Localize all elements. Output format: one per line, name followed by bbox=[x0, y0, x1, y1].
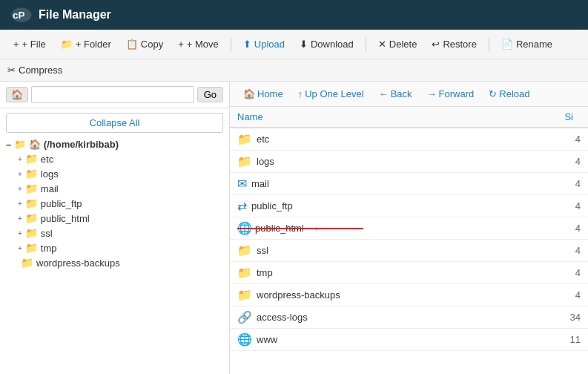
file-name-cell: 🌐 public_html ← bbox=[237, 221, 506, 235]
copy-button[interactable]: 📋 Copy bbox=[120, 36, 169, 53]
download-icon: ⬇ bbox=[300, 39, 308, 50]
file-name-cell: 🌐 www bbox=[237, 332, 506, 347]
svg-text:cP: cP bbox=[13, 10, 25, 21]
tree-item-logs[interactable]: + 📁 logs bbox=[18, 166, 223, 181]
file-name-cell: 📁 ssl bbox=[237, 243, 506, 257]
compress-bar: ✂ Compress bbox=[0, 59, 588, 82]
folder-button[interactable]: 📁 + Folder bbox=[55, 36, 117, 53]
back-icon: ← bbox=[379, 88, 389, 99]
restore-button[interactable]: ↩ Restore bbox=[426, 36, 483, 53]
file-name-td: 📁 logs bbox=[230, 151, 514, 173]
file-name-td: 📁 etc bbox=[230, 128, 514, 151]
toolbar-separator-2 bbox=[366, 37, 366, 52]
file-name-td: 📁 wordpress-backups bbox=[230, 284, 514, 306]
collapse-all-button[interactable]: Collapse All bbox=[6, 113, 223, 133]
file-name-td: 🌐 www bbox=[230, 329, 514, 351]
file-name-cell: 📁 etc bbox=[237, 132, 506, 146]
address-input[interactable] bbox=[31, 86, 194, 103]
file-icon: + bbox=[13, 39, 19, 50]
right-panel: 🏠 Home ↑ Up One Level ← Back → Forward ↻… bbox=[230, 82, 588, 374]
tree-item-public-ftp[interactable]: + 📁 public_ftp bbox=[18, 196, 223, 211]
table-row[interactable]: 📁 logs 4 bbox=[230, 151, 588, 173]
copy-icon: 📋 bbox=[126, 39, 138, 50]
rename-button[interactable]: 📄 Rename bbox=[495, 36, 558, 53]
compress-icon: ✂ bbox=[7, 65, 16, 76]
root-label: 🏠 (/home/kirbibab) bbox=[29, 139, 119, 150]
tree-item-tmp[interactable]: + 📁 tmp bbox=[18, 240, 223, 255]
tree-label-public-html: public_html bbox=[41, 213, 90, 224]
file-size-td: 4 bbox=[514, 151, 588, 173]
go-button[interactable]: Go bbox=[197, 87, 223, 102]
folder-icon-wordpress-backups: 📁 bbox=[21, 257, 33, 269]
expand-icon: + bbox=[18, 214, 22, 223]
table-row[interactable]: 📁 wordpress-backups 4 bbox=[230, 284, 588, 306]
file-button[interactable]: + + File bbox=[7, 36, 52, 53]
file-name-label: ssl bbox=[257, 245, 268, 256]
folder-icon-ssl: 📁 bbox=[25, 227, 38, 239]
file-type-icon: 🌐 bbox=[237, 332, 252, 347]
file-size-td: 4 bbox=[514, 173, 588, 195]
logo-area: cP File Manager bbox=[10, 6, 111, 24]
compress-button[interactable]: ✂ Compress bbox=[7, 65, 62, 76]
download-button[interactable]: ⬇ Download bbox=[294, 36, 360, 53]
tree-label-etc: etc bbox=[41, 154, 53, 165]
toolbar: + + File 📁 + Folder 📋 Copy + + Move ⬆ Up… bbox=[0, 30, 588, 59]
address-bar: 🏠 Go bbox=[0, 82, 229, 108]
table-row[interactable]: 📁 etc 4 bbox=[230, 128, 588, 151]
file-size-td: 4 bbox=[514, 128, 588, 151]
table-row[interactable]: 🌐 www 11 bbox=[230, 329, 588, 351]
file-name-label: wordpress-backups bbox=[257, 289, 340, 301]
nav-up-button[interactable]: ↑ Up One Level bbox=[292, 86, 370, 102]
file-tree: – 📁 🏠 (/home/kirbibab) + 📁 etc + 📁 logs … bbox=[0, 137, 229, 276]
nav-home-button[interactable]: 🏠 Home bbox=[237, 86, 289, 102]
tree-label-tmp: tmp bbox=[41, 243, 57, 254]
tree-root[interactable]: – 📁 🏠 (/home/kirbibab) bbox=[6, 137, 223, 151]
home-nav-icon: 🏠 bbox=[243, 88, 255, 99]
nav-forward-button[interactable]: → Forward bbox=[421, 86, 480, 102]
expand-icon: + bbox=[18, 244, 22, 252]
nav-back-button[interactable]: ← Back bbox=[373, 86, 418, 102]
file-name-label: access-logs bbox=[257, 312, 308, 323]
table-row[interactable]: 🔗 access-logs 34 bbox=[230, 306, 588, 329]
forward-icon: → bbox=[427, 88, 437, 99]
file-type-icon: 📁 bbox=[237, 243, 252, 257]
home-icon-button[interactable]: 🏠 bbox=[6, 87, 28, 102]
col-name[interactable]: Name bbox=[230, 107, 514, 128]
table-row[interactable]: ⇄ public_ftp 4 bbox=[230, 195, 588, 217]
table-row[interactable]: 🌐 public_html ← 4 bbox=[230, 217, 588, 240]
folder-icon-logs: 📁 bbox=[25, 168, 38, 180]
file-size-td: 4 bbox=[514, 240, 588, 262]
file-size-td: 34 bbox=[514, 306, 588, 329]
tree-item-etc[interactable]: + 📁 etc bbox=[18, 151, 223, 166]
file-name-cell: 🔗 access-logs bbox=[237, 310, 506, 324]
left-panel: 🏠 Go Collapse All – 📁 🏠 (/home/kirbibab)… bbox=[0, 82, 230, 374]
file-size-td: 4 bbox=[514, 262, 588, 284]
root-home-icon: – bbox=[6, 139, 11, 150]
header: cP File Manager bbox=[0, 0, 588, 30]
file-name-label: mail bbox=[251, 178, 269, 189]
file-type-icon: 🌐 bbox=[237, 221, 252, 235]
tree-label-logs: logs bbox=[41, 168, 59, 180]
expand-icon: + bbox=[18, 170, 22, 178]
nav-reload-button[interactable]: ↻ Reload bbox=[483, 86, 535, 102]
file-name-td: 📁 ssl bbox=[230, 240, 514, 262]
file-size-td: 4 bbox=[514, 217, 588, 240]
table-row[interactable]: 📁 ssl 4 bbox=[230, 240, 588, 262]
expand-icon: + bbox=[18, 200, 22, 208]
delete-button[interactable]: ✕ Delete bbox=[372, 36, 423, 53]
tree-item-wordpress-backups[interactable]: 📁 wordpress-backups bbox=[18, 255, 223, 270]
upload-button[interactable]: ⬆ Upload bbox=[237, 36, 291, 53]
folder-icon-public-html: 📁 bbox=[25, 212, 38, 224]
restore-icon: ↩ bbox=[432, 39, 440, 50]
file-name-label: etc bbox=[257, 134, 269, 145]
file-name-cell: 📁 wordpress-backups bbox=[237, 288, 506, 302]
folder-icon-mail: 📁 bbox=[25, 183, 38, 194]
tree-item-ssl[interactable]: + 📁 ssl bbox=[18, 226, 223, 240]
col-size[interactable]: Si bbox=[514, 107, 588, 128]
table-row[interactable]: 📁 tmp 4 bbox=[230, 262, 588, 284]
file-type-icon: 🔗 bbox=[237, 310, 252, 324]
table-row[interactable]: ✉ mail 4 bbox=[230, 173, 588, 195]
tree-item-public-html[interactable]: + 📁 public_html bbox=[18, 211, 223, 226]
move-button[interactable]: + + Move bbox=[172, 36, 225, 53]
tree-item-mail[interactable]: + 📁 mail bbox=[18, 181, 223, 196]
